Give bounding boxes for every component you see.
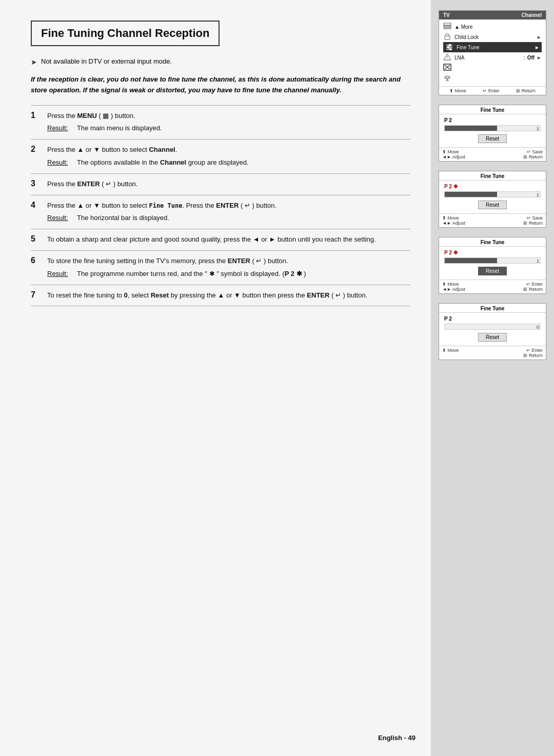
tv-footer-enter: ↵ Enter (483, 88, 499, 93)
ft2-body: P 2 ✱ 1 Reset (439, 181, 546, 213)
ft2-bar-fill (445, 192, 497, 197)
note-arrow: ➤ (31, 58, 37, 66)
ft2-return: ⊞ Return (523, 221, 543, 226)
tv-row-lna-label: LNA (454, 55, 524, 61)
ft4-return: ⊞ Return (523, 353, 543, 358)
ft1-adjust: ◄► Adjust (442, 154, 465, 160)
tv-header-left: TV (443, 12, 450, 18)
ft1-save: ↵ Save (527, 149, 543, 154)
step-5-text: To obtain a sharp and clear picture and … (47, 235, 376, 243)
right-panel: TV Channel ▲ More Child Lock ► (431, 0, 554, 756)
tv-row-x (443, 63, 542, 73)
step-1-text: Press the MENU ( ▦ ) button. (47, 112, 135, 120)
tv-diag-body: ▲ More Child Lock ► Fine Tune ► (439, 19, 546, 86)
x-icon (443, 64, 454, 72)
tv-row-childlock-arrow: ► (537, 34, 542, 40)
fine-tune-diagram-4: Fine Tune P 2 0 Reset ⬆ Move ↵ Enter ⊞ R… (439, 303, 546, 360)
tv-row-lna-value: Off (527, 55, 535, 61)
title-box: Fine Tuning Channel Reception (31, 21, 220, 46)
ft1-bar-value: 1 (537, 126, 539, 132)
ft4-bar: 0 (444, 324, 541, 330)
ft3-reset-row: Reset (444, 267, 541, 275)
ft2-pnum: P 2 ✱ (444, 184, 541, 189)
finetune-icon (445, 43, 457, 51)
ft3-reset-button[interactable]: Reset (478, 267, 507, 275)
ft4-header: Fine Tune (439, 304, 546, 313)
ft3-bar-value: 1 (537, 258, 539, 264)
ft2-reset-button[interactable]: Reset (478, 201, 507, 209)
fine-tune-diagram-1: Fine Tune P 2 1 Reset ⬆ Move ◄► Adjust ↵… (439, 105, 546, 162)
ft1-bar: 1 (444, 125, 541, 131)
step-content-7: To reset the fine tuning to 0, select Re… (45, 285, 410, 306)
ft4-footer: ⬆ Move ↵ Enter ⊞ Return (439, 346, 546, 360)
step-row-1: 1 Press the MENU ( ▦ ) button. Result: T… (31, 105, 410, 140)
step-2-result-label: Result: (47, 157, 73, 168)
ft4-bar-value: 0 (537, 324, 539, 330)
step-4-text: Press the ▲ or ▼ button to select Fine T… (47, 202, 276, 209)
tv-header-right: Channel (522, 12, 542, 18)
step-1-result-text: The main menu is displayed. (77, 123, 162, 134)
ft1-reset-button[interactable]: Reset (478, 134, 507, 143)
page: Fine Tuning Channel Reception ➤ Not avai… (0, 0, 554, 756)
fine-tune-diagram-2: Fine Tune P 2 ✱ 1 Reset ⬆ Move ◄► Adjust (439, 171, 546, 228)
step-num-6: 6 (31, 250, 45, 285)
ft2-bar-value: 1 (537, 192, 539, 198)
step-row-7: 7 To reset the fine tuning to 0, select … (31, 285, 410, 306)
footer-text: English - 49 (378, 734, 416, 742)
ft4-body: P 2 0 Reset (439, 313, 546, 346)
step-6-result-text: The programme number turns red, and the … (77, 269, 306, 280)
step-num-1: 1 (31, 105, 45, 140)
step-3-text: Press the ENTER ( ↵ ) button. (47, 180, 137, 188)
tv-row-finetune-label: Fine Tune (457, 45, 535, 50)
tv-row-childlock: Child Lock ► (443, 32, 542, 42)
ft2-reset-row: Reset (444, 201, 541, 209)
ft1-footer-left: ⬆ Move ◄► Adjust (442, 149, 465, 160)
ft4-reset-button[interactable]: Reset (478, 333, 507, 342)
step-content-4: Press the ▲ or ▼ button to select Fine T… (45, 195, 410, 229)
ft2-header: Fine Tune (439, 171, 546, 181)
ft3-footer: ⬆ Move ◄► Adjust ↵ Enter ⊞ Return (439, 280, 546, 293)
ft1-reset-row: Reset (444, 134, 541, 143)
step-num-7: 7 (31, 285, 45, 306)
step-num-3: 3 (31, 173, 45, 195)
step-row-6: 6 To store the fine tuning setting in th… (31, 250, 410, 285)
antenna-icon (443, 74, 454, 82)
ft2-bar: 1 (444, 191, 541, 197)
step-row-4: 4 Press the ▲ or ▼ button to select Fine… (31, 195, 410, 229)
tv-row-more: ▲ More (443, 22, 542, 32)
ft2-footer: ⬆ Move ◄► Adjust ↵ Save ⊞ Return (439, 213, 546, 227)
ft1-body: P 2 1 Reset (439, 114, 546, 147)
tv-row-childlock-label: Child Lock (454, 34, 537, 40)
ft4-enter: ↵ Enter (526, 348, 543, 353)
main-content: Fine Tuning Channel Reception ➤ Not avai… (0, 0, 431, 756)
ft3-bar-fill (445, 258, 497, 263)
intro-text: If the reception is clear, you do not ha… (31, 75, 401, 94)
svg-rect-1 (444, 26, 451, 27)
step-content-6: To store the fine tuning setting in the … (45, 250, 410, 285)
fine-tune-diagram-3: Fine Tune P 2 ✱ 1 Reset ⬆ Move ◄► Adjust (439, 237, 546, 294)
step-num-4: 4 (31, 195, 45, 229)
svg-point-7 (449, 44, 451, 46)
steps-table: 1 Press the MENU ( ▦ ) button. Result: T… (31, 105, 410, 307)
ft2-save: ↵ Save (527, 215, 543, 221)
tv-diag-footer: ⬆ Move ↵ Enter ⊞ Return (439, 86, 546, 95)
tv-footer-move: ⬆ Move (449, 88, 466, 93)
step-content-5: To obtain a sharp and clear picture and … (45, 229, 410, 251)
note-text: Not available in DTV or external input m… (41, 57, 172, 65)
svg-rect-0 (444, 23, 451, 25)
intro-paragraph: If the reception is clear, you do not ha… (31, 74, 410, 96)
page-title: Fine Tuning Channel Reception (41, 27, 209, 40)
step-num-2: 2 (31, 140, 45, 174)
step-content-2: Press the ▲ or ▼ button to select Channe… (45, 140, 410, 174)
ft3-body: P 2 ✱ 1 Reset (439, 247, 546, 280)
ft3-footer-right: ↵ Enter ⊞ Return (523, 282, 543, 292)
tv-row-antenna (443, 73, 542, 83)
step-4-result-text: The horizontal bar is displayed. (77, 213, 169, 224)
tv-row-lna: LNA : Off ► (443, 52, 542, 63)
ft3-return: ⊞ Return (523, 287, 543, 292)
ft3-footer-left: ⬆ Move ◄► Adjust (442, 282, 465, 292)
tv-row-more-label: ▲ More (454, 24, 542, 30)
tv-diag-header: TV Channel (439, 11, 546, 19)
more-icon (443, 23, 454, 31)
ft1-footer-right: ↵ Save ⊞ Return (523, 149, 543, 160)
